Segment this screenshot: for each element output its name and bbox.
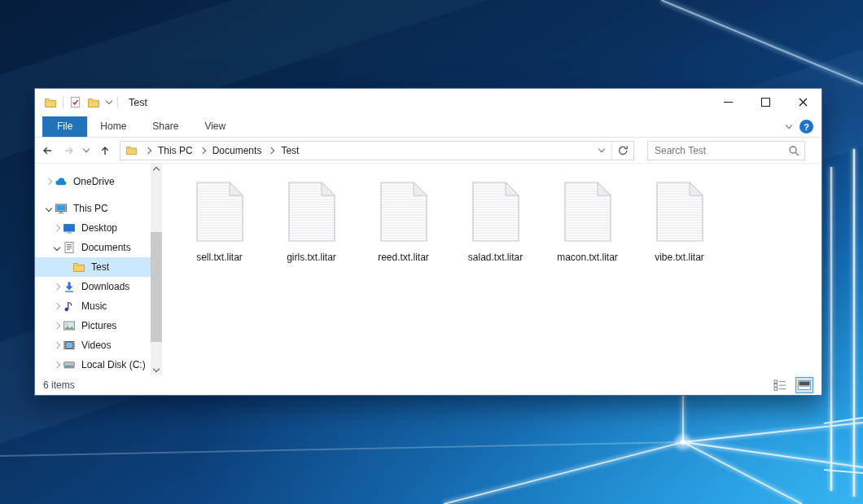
new-folder-icon[interactable] xyxy=(87,96,100,109)
sidebar-item-label: Music xyxy=(81,300,107,312)
tab-file[interactable]: File xyxy=(42,116,87,137)
file-item[interactable]: reed.txt.litar xyxy=(357,182,449,263)
sidebar-item-documents[interactable]: Documents xyxy=(35,238,151,257)
refresh-icon xyxy=(617,145,629,156)
sidebar-item-test[interactable]: Test xyxy=(35,257,151,277)
sidebar-scrollbar[interactable] xyxy=(151,164,162,375)
file-name: reed.txt.litar xyxy=(378,252,429,263)
breadcrumb-item-this-pc[interactable]: This PC xyxy=(157,143,194,158)
refresh-button[interactable] xyxy=(611,142,633,160)
sidebar-item-label: Downloads xyxy=(81,281,129,292)
sidebar-item-onedrive[interactable]: OneDrive xyxy=(35,172,151,191)
collapse-ribbon-chevron-icon[interactable] xyxy=(786,122,792,129)
computer-icon xyxy=(55,202,68,215)
search-input[interactable] xyxy=(648,145,783,156)
maximize-button[interactable] xyxy=(747,89,784,116)
file-name: salad.txt.litar xyxy=(468,252,523,263)
generic-document-icon xyxy=(472,182,519,242)
tab-home[interactable]: Home xyxy=(87,116,139,137)
sidebar-item-label: Pictures xyxy=(81,320,116,331)
toolbar-separator xyxy=(117,96,118,108)
minimize-button[interactable] xyxy=(709,89,747,116)
downloads-icon xyxy=(63,280,76,293)
help-icon[interactable]: ? xyxy=(799,120,813,134)
sidebar-item-label: Documents xyxy=(81,242,131,253)
expand-chevron-icon[interactable] xyxy=(54,283,60,290)
sidebar-item-this-pc[interactable]: This PC xyxy=(35,199,151,218)
file-list[interactable]: sell.txt.litar girls.txt.litar reed.txt.… xyxy=(162,164,821,375)
sidebar-item-local-disk-c[interactable]: Local Disk (C:) xyxy=(35,355,151,375)
details-view-button[interactable] xyxy=(771,377,789,393)
sidebar-item-label: OneDrive xyxy=(73,176,115,187)
sidebar-item-pictures[interactable]: Pictures xyxy=(35,316,151,335)
window-body: OneDrive This PC Desktop Documents xyxy=(35,164,821,375)
file-name: macon.txt.litar xyxy=(557,252,618,263)
breadcrumb: This PC Documents Test xyxy=(120,143,592,158)
breadcrumb-separator-icon xyxy=(145,147,151,153)
file-item[interactable]: girls.txt.litar xyxy=(265,182,357,263)
sidebar-item-label: This PC xyxy=(73,203,108,214)
details-view-icon xyxy=(773,379,786,391)
expand-chevron-icon[interactable] xyxy=(54,362,60,368)
generic-document-icon xyxy=(656,182,703,242)
properties-check-icon[interactable] xyxy=(69,96,81,108)
generic-document-icon xyxy=(380,182,427,242)
collapse-chevron-icon[interactable] xyxy=(54,244,60,251)
breadcrumb-separator-icon xyxy=(268,147,274,153)
expand-chevron-icon[interactable] xyxy=(46,178,52,185)
customize-quick-access-chevron-icon[interactable] xyxy=(106,98,112,104)
file-item[interactable]: sell.txt.litar xyxy=(173,182,265,263)
navigation-pane: OneDrive This PC Desktop Documents xyxy=(35,164,151,375)
thumbnail-view-button[interactable] xyxy=(795,377,813,393)
expand-chevron-icon[interactable] xyxy=(54,225,60,231)
close-button[interactable] xyxy=(784,89,821,116)
toolbar-separator xyxy=(63,96,64,108)
breadcrumb-item-documents[interactable]: Documents xyxy=(212,143,263,158)
status-bar: 6 items xyxy=(35,375,821,395)
search-box[interactable] xyxy=(647,141,805,160)
breadcrumb-item-test[interactable]: Test xyxy=(280,143,300,158)
chevron-down-icon xyxy=(153,366,160,372)
recent-locations-button[interactable] xyxy=(79,149,94,151)
expand-chevron-icon[interactable] xyxy=(54,303,60,309)
collapse-chevron-icon[interactable] xyxy=(46,205,52,212)
minimize-icon xyxy=(724,102,733,103)
scrollbar-thumb[interactable] xyxy=(151,232,162,342)
tab-share[interactable]: Share xyxy=(139,116,191,137)
forward-button[interactable] xyxy=(59,144,79,157)
search-button[interactable] xyxy=(783,145,804,156)
sidebar-item-downloads[interactable]: Downloads xyxy=(35,277,151,296)
folder-icon xyxy=(72,261,85,274)
explorer-window: Test File Home Share View ? xyxy=(34,88,822,396)
file-item[interactable]: vibe.txt.litar xyxy=(633,182,725,263)
desktop: Test File Home Share View ? xyxy=(0,0,863,504)
sidebar-item-desktop[interactable]: Desktop xyxy=(35,218,151,238)
file-item[interactable]: macon.txt.litar xyxy=(541,182,633,263)
generic-document-icon xyxy=(564,182,611,242)
generic-document-icon xyxy=(196,182,243,242)
file-item[interactable]: salad.txt.litar xyxy=(449,182,541,263)
quick-access-toolbar: Test xyxy=(35,96,147,109)
scrollbar-up-button[interactable] xyxy=(151,164,162,177)
breadcrumb-separator-icon xyxy=(199,147,205,153)
back-button[interactable] xyxy=(35,144,59,157)
thumbnail-view-icon xyxy=(798,380,811,390)
desktop-icon xyxy=(63,221,76,234)
sidebar-item-music[interactable]: Music xyxy=(35,296,151,316)
local-disk-icon xyxy=(63,358,76,371)
sidebar-item-label: Desktop xyxy=(81,222,117,234)
sidebar-item-label: Test xyxy=(91,261,109,273)
breadcrumb-folder-icon xyxy=(125,144,138,156)
title-bar[interactable]: Test xyxy=(35,89,821,116)
expand-chevron-icon[interactable] xyxy=(54,322,60,329)
address-dropdown-button[interactable] xyxy=(592,142,611,160)
up-button[interactable] xyxy=(94,144,116,157)
sidebar-item-videos[interactable]: Videos xyxy=(35,335,151,355)
address-bar[interactable]: This PC Documents Test xyxy=(120,141,634,160)
scrollbar-down-button[interactable] xyxy=(151,362,162,375)
up-arrow-icon xyxy=(99,144,112,157)
file-name: sell.txt.litar xyxy=(196,252,243,263)
expand-chevron-icon[interactable] xyxy=(54,342,60,348)
window-controls xyxy=(709,89,821,116)
tab-view[interactable]: View xyxy=(191,116,239,137)
